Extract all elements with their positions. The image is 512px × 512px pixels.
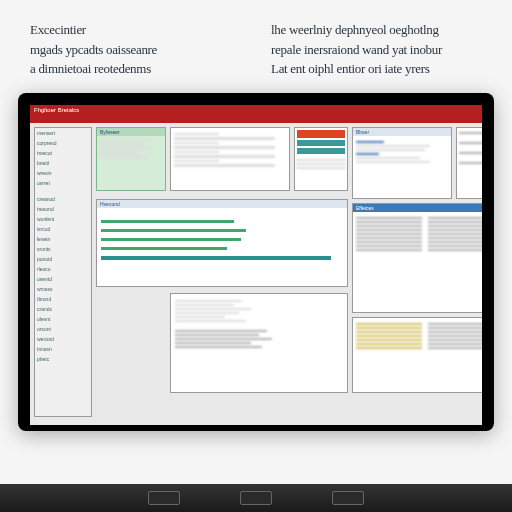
sidebar-item[interactable]: olesnt (35, 314, 91, 324)
panel-bottom-right[interactable] (352, 317, 482, 393)
nav-back-button[interactable] (148, 491, 180, 505)
nav-recent-button[interactable] (332, 491, 364, 505)
panel-bottom-list[interactable] (170, 293, 348, 393)
bar-row (101, 247, 227, 250)
sidebar-item[interactable]: orsont (35, 324, 91, 334)
app-titlebar: Fhgltoer Bretalcs (30, 105, 482, 123)
sidebar-item[interactable]: osrret (35, 178, 91, 188)
panel-right-top[interactable]: Bbser (352, 127, 452, 199)
sidebar-item[interactable]: osentd (35, 274, 91, 284)
intro-left-line1: Excecintier (30, 20, 241, 40)
intro-right-line1: lhe weerlniy dephnyeol oeghotlng (271, 20, 482, 40)
sidebar-item[interactable]: lesetn (35, 234, 91, 244)
panel-right-header: Bbser (353, 128, 451, 136)
sidebar-item[interactable]: ponotd (35, 254, 91, 264)
panel-thumb[interactable] (294, 127, 348, 191)
panel-right-mid-title: Effeices (353, 204, 482, 212)
intro-right-line2: repale inersraiond wand yat inobur (271, 40, 482, 60)
sidebar-item[interactable]: wonlent (35, 214, 91, 224)
sidebar-item[interactable]: sronts (35, 244, 91, 254)
android-nav-bar (0, 484, 512, 512)
app-title: Fhgltoer Bretalcs (34, 107, 79, 113)
bar-row (101, 238, 241, 241)
left-sidebar: mensert corpresd trsecot bnetil wresin o… (34, 127, 92, 417)
sidebar-item[interactable]: tresond (35, 204, 91, 214)
bar-row (101, 220, 234, 223)
panel-green-title: Byfeseer (97, 128, 165, 136)
sidebar-item[interactable]: wrcess (35, 284, 91, 294)
tablet-frame: Fhgltoer Bretalcs mensert corpresd trsec… (18, 93, 494, 431)
intro-col-left: Excecintier mgads ypcadts oaisseanre a d… (30, 20, 241, 79)
panel-right-mid[interactable]: Effeices (352, 203, 482, 313)
panel-chart-title: Hsecond (97, 200, 347, 208)
intro-text-block: Excecintier mgads ypcadts oaisseanre a d… (0, 0, 512, 93)
intro-left-line3: a dimnietoai reotedenms (30, 59, 241, 79)
sidebar-item[interactable]: bnetil (35, 158, 91, 168)
sidebar-item[interactable]: wecsnd (35, 334, 91, 344)
sidebar-item[interactable]: corpresd (35, 138, 91, 148)
sidebar-item[interactable]: mensert (35, 128, 91, 138)
intro-right-line3: Lat ent oiphl entior ori iate yrers (271, 59, 482, 79)
panel-green[interactable]: Byfeseer (96, 127, 166, 191)
sidebar-item[interactable]: tbrond (35, 294, 91, 304)
sidebar-item[interactable]: plretc (35, 354, 91, 364)
sidebar-item[interactable]: trsecot (35, 148, 91, 158)
nav-home-button[interactable] (240, 491, 272, 505)
bar-row (101, 229, 246, 232)
intro-col-right: lhe weerlniy dephnyeol oeghotlng repale … (271, 20, 482, 79)
tablet-screen[interactable]: Fhgltoer Bretalcs mensert corpresd trsec… (30, 105, 482, 425)
bar-row (101, 256, 331, 260)
panel-chart[interactable]: Hsecond (96, 199, 348, 287)
sidebar-item[interactable]: creanod (35, 194, 91, 204)
panel-far-right[interactable] (456, 127, 482, 199)
sidebar-item[interactable]: rleoco (35, 264, 91, 274)
sidebar-item[interactable]: wresin (35, 168, 91, 178)
intro-left-line2: mgads ypcadts oaisseanre (30, 40, 241, 60)
sidebar-item[interactable]: isrcod (35, 224, 91, 234)
sidebar-item[interactable]: crands (35, 304, 91, 314)
sidebar-item[interactable]: tncesn (35, 344, 91, 354)
panel-form[interactable] (170, 127, 290, 191)
